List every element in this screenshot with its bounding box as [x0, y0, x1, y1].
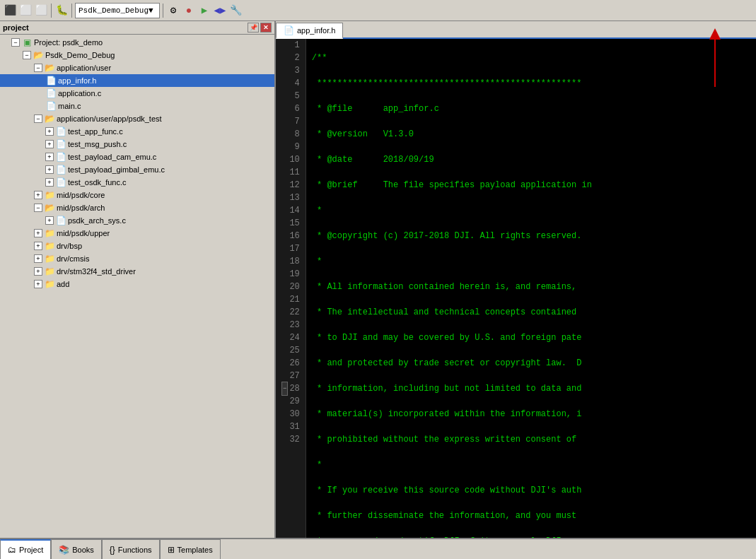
- expand-drv-stm32[interactable]: +: [34, 267, 42, 276]
- tree-item-psdk-arch-sys[interactable]: + 📄 psdk_arch_sys.c: [0, 214, 274, 227]
- code-line-18: * If you receive this source code withou…: [312, 484, 750, 497]
- tree-item-psdk-test[interactable]: − 📂 application/user/app/psdk_test: [0, 112, 274, 125]
- tree-item-test-payload-gimbal[interactable]: + 📄 test_payload_gimbal_emu.c: [0, 163, 274, 176]
- tree-item-test-app-func[interactable]: + 📄 test_app_func.c: [0, 125, 274, 138]
- expand-root[interactable]: −: [11, 38, 20, 47]
- toolbar-icon-1[interactable]: ⬛: [3, 4, 17, 18]
- tree-label-app-user: application/user: [57, 64, 111, 72]
- tree-item-test-payload-cam[interactable]: + 📄 test_payload_cam_emu.c: [0, 151, 274, 163]
- stop-icon[interactable]: ▶: [197, 4, 211, 18]
- tree-item-mid-psdk-arch[interactable]: − 📂 mid/psdk/arch: [0, 201, 274, 214]
- tree-item-main-c[interactable]: 📄 main.c: [0, 100, 274, 112]
- panel-pin-button[interactable]: 📌: [248, 23, 259, 33]
- code-line-15: * material(s) incorporated within the in…: [312, 408, 750, 420]
- panel-close-button[interactable]: ✕: [260, 23, 272, 33]
- status-tab-templates[interactable]: ⊞ Templates: [160, 539, 221, 559]
- project-icon: ▣: [21, 37, 33, 48]
- tree-item-drv-stm32[interactable]: + 📁 drv/stm32f4_std_driver: [0, 265, 274, 278]
- debug-icon[interactable]: ◀▶: [213, 4, 227, 18]
- project-dropdown[interactable]: Psdk_Demo_Debug ▼: [75, 3, 160, 18]
- code-line-8: * @copyright (c) 2017-2018 DJI. All righ…: [312, 230, 750, 242]
- expand-app-user[interactable]: −: [34, 64, 42, 72]
- expand-psdk-arch-sys[interactable]: +: [45, 216, 54, 225]
- fold-marker-28[interactable]: −: [281, 382, 288, 396]
- code-line-10: * All information contained herein is, a…: [312, 281, 750, 293]
- expand-psdk-test[interactable]: −: [34, 114, 42, 123]
- expand-test-payload-cam[interactable]: +: [45, 153, 54, 161]
- code-line-19: * further disseminate the information, a…: [312, 510, 750, 522]
- code-content[interactable]: /** ************************************…: [306, 39, 756, 538]
- tree-label-drv-stm32: drv/stm32f4_std_driver: [57, 267, 136, 276]
- tree-item-application-c[interactable]: 📄 application.c: [0, 87, 274, 100]
- settings-icon[interactable]: 🔧: [228, 4, 243, 18]
- toolbar-icon-4[interactable]: 🐛: [54, 4, 69, 18]
- status-tab-project[interactable]: 🗂 Project: [0, 539, 51, 559]
- tree-item-add[interactable]: + 📁 add: [0, 278, 274, 290]
- editor-tabs: 📄 app_infor.h: [276, 21, 756, 39]
- tree-label-main-c: main.c: [58, 102, 81, 110]
- expand-drv-bsp[interactable]: +: [34, 242, 42, 250]
- status-tab-functions[interactable]: {} Functions: [102, 539, 160, 559]
- expand-add[interactable]: +: [34, 280, 42, 288]
- code-line-11: * The intellectual and technical concept…: [312, 306, 750, 319]
- code-line-1: /**: [312, 52, 750, 64]
- tree-label-psdk-arch-sys: psdk_arch_sys.c: [68, 216, 126, 225]
- tree-item-mid-psdk-core[interactable]: + 📁 mid/psdk/core: [0, 189, 274, 201]
- project-panel: project 📌 ✕ − ▣: [0, 21, 276, 538]
- status-tab-functions-label: Functions: [118, 546, 152, 554]
- code-line-5: * @date 2018/09/19: [312, 153, 750, 166]
- file-icon-test-osdk-func: 📄: [55, 177, 66, 188]
- run-icon[interactable]: ●: [182, 4, 196, 18]
- functions-tab-icon: {}: [110, 545, 115, 555]
- tree-item-root[interactable]: − ▣ Project: psdk_demo: [0, 36, 274, 49]
- expand-mid-psdk-arch[interactable]: −: [34, 204, 42, 212]
- folder-icon-drv-stm32: 📁: [44, 266, 55, 277]
- file-icon-main-c: 📄: [45, 100, 57, 112]
- editor-panel: 📄 app_infor.h 1 2 3 4 5 6 7 8 9 10 11 12…: [276, 21, 756, 538]
- tree-item-mid-psdk-upper[interactable]: + 📁 mid/psdk/upper: [0, 227, 274, 240]
- toolbar: ⬛ ⬜ ⬜ 🐛 Psdk_Demo_Debug ▼ ⚙ ● ▶ ◀▶ 🔧: [0, 0, 756, 21]
- tree-item-test-msg-push[interactable]: + 📄 test_msg_push.c: [0, 138, 274, 151]
- code-area[interactable]: 1 2 3 4 5 6 7 8 9 10 11 12 13 14 15 16 1…: [276, 39, 756, 538]
- code-line-6: * @brief The file specifies payload appl…: [312, 179, 750, 192]
- expand-mid-psdk-upper[interactable]: +: [34, 229, 42, 237]
- status-tab-books[interactable]: 📚 Books: [51, 539, 102, 559]
- expand-psdk-demo[interactable]: −: [23, 51, 31, 59]
- status-bar: 🗂 Project 📚 Books {} Functions ⊞ Templat…: [0, 538, 756, 559]
- tab-label-app-infor-h: app_infor.h: [297, 26, 335, 35]
- tree-item-app-user[interactable]: − 📂 application/user: [0, 61, 274, 74]
- main-layout: project 📌 ✕ − ▣: [0, 21, 756, 538]
- build-icon[interactable]: ⚙: [166, 4, 180, 18]
- toolbar-icon-3[interactable]: ⬜: [34, 4, 48, 18]
- editor-tab-app-infor-h[interactable]: 📄 app_infor.h: [276, 23, 343, 39]
- code-line-14: * information, including but not limited…: [312, 382, 750, 395]
- expand-test-osdk-func[interactable]: +: [45, 178, 54, 187]
- tree-item-app-infor-h[interactable]: 📄 app_infor.h: [0, 74, 274, 87]
- expand-mid-psdk-core[interactable]: +: [34, 191, 42, 199]
- expand-test-msg-push[interactable]: +: [45, 140, 54, 148]
- code-line-13: * and protected by trade secret or copyr…: [312, 357, 750, 370]
- folder-icon-mid-psdk-core: 📁: [44, 189, 55, 201]
- tree-item-psdk-demo-debug[interactable]: − 📂 Psdk_Demo_Debug: [0, 49, 274, 61]
- folder-icon-drv-cmsis: 📁: [44, 253, 55, 264]
- expand-test-app-func[interactable]: +: [45, 127, 54, 136]
- project-tree[interactable]: − ▣ Project: psdk_demo − 📂 Psdk_Demo_Deb…: [0, 35, 274, 538]
- dropdown-arrow: ▼: [149, 6, 156, 15]
- tree-item-drv-bsp[interactable]: + 📁 drv/bsp: [0, 240, 274, 252]
- code-line-9: *: [312, 255, 750, 268]
- templates-tab-icon: ⊞: [168, 545, 175, 555]
- toolbar-sep-3: [163, 4, 163, 18]
- folder-icon-app-user: 📂: [44, 62, 55, 73]
- code-line-20: * source code and notify DJI of its remo…: [312, 535, 750, 538]
- code-line-17: *: [312, 459, 750, 471]
- tree-label-test-osdk-func: test_osdk_func.c: [68, 178, 127, 187]
- books-tab-icon: 📚: [59, 545, 69, 555]
- tree-item-test-osdk-func[interactable]: + 📄 test_osdk_func.c: [0, 176, 274, 189]
- expand-drv-cmsis[interactable]: +: [34, 254, 42, 263]
- expand-test-payload-gimbal[interactable]: +: [45, 165, 54, 174]
- tree-item-drv-cmsis[interactable]: + 📁 drv/cmsis: [0, 252, 274, 265]
- toolbar-icon-2[interactable]: ⬜: [18, 4, 33, 18]
- toolbar-sep-1: [51, 4, 52, 18]
- folder-icon-psdk-demo: 📂: [33, 49, 44, 61]
- file-icon-psdk-arch-sys: 📄: [55, 215, 66, 226]
